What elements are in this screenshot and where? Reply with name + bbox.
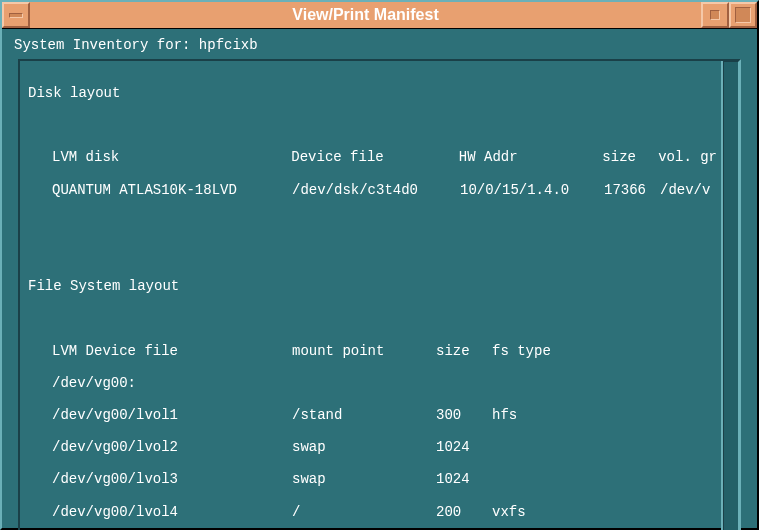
col-lvm-disk: LVM disk	[52, 149, 291, 165]
fs-row: /dev/vg00/lvol3swap1024	[28, 471, 717, 487]
col-fs-type: fs type	[492, 343, 551, 359]
window-title: View/Print Manifest	[30, 6, 701, 24]
window-menu-button[interactable]	[2, 2, 30, 28]
col-size: size	[602, 149, 658, 165]
fs-group: /dev/vg00:	[28, 375, 717, 391]
col-device-file: Device file	[291, 149, 459, 165]
dialog-body: System Inventory for: hpfcixb Disk layou…	[2, 29, 757, 530]
maximize-button[interactable]	[729, 2, 757, 28]
fs-row: /dev/vg00/lvol1/stand300hfs	[28, 407, 717, 423]
col-mount-point: mount point	[292, 343, 436, 359]
col-fs-size: size	[436, 343, 492, 359]
col-vol-group: vol. gr	[658, 149, 717, 165]
inventory-header: System Inventory for: hpfcixb	[10, 35, 749, 59]
manifest-text-area: Disk layout LVM diskDevice fileHW Addrsi…	[18, 59, 741, 530]
disk-header-row: LVM diskDevice fileHW Addrsizevol. gr	[28, 149, 717, 165]
manifest-content: Disk layout LVM diskDevice fileHW Addrsi…	[20, 61, 721, 530]
titlebar: View/Print Manifest	[2, 2, 757, 29]
fs-row: /dev/vg00/lvol4/200vxfs	[28, 504, 717, 520]
fs-header-row: LVM Device filemount pointsizefs type	[28, 343, 717, 359]
col-hw-addr: HW Addr	[459, 149, 603, 165]
dialog-window: View/Print Manifest System Inventory for…	[0, 0, 759, 530]
fs-row: /dev/vg00/lvol2swap1024	[28, 439, 717, 455]
disk-layout-title: Disk layout	[28, 85, 717, 101]
vscroll-track[interactable]	[723, 61, 739, 530]
fs-layout-title: File System layout	[28, 278, 717, 294]
disk-row: QUANTUM ATLAS10K-18LVD/dev/dsk/c3t4d010/…	[28, 182, 717, 198]
vertical-scrollbar[interactable]	[721, 61, 739, 530]
minimize-button[interactable]	[701, 2, 729, 28]
col-lvm-device: LVM Device file	[52, 343, 292, 359]
